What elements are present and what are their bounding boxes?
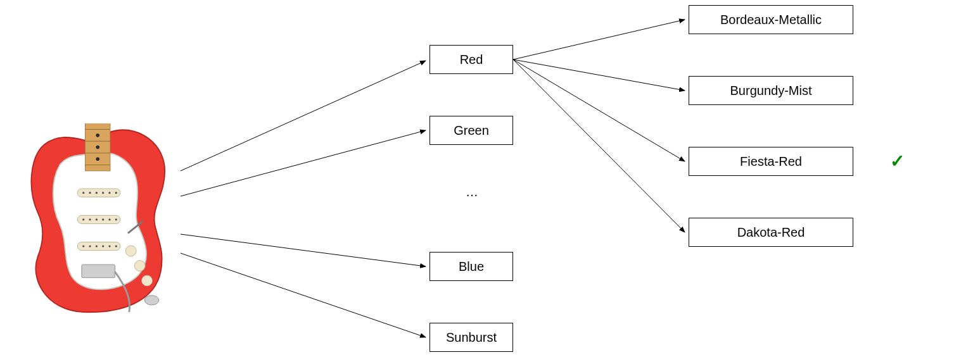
- node-blue: Blue: [430, 252, 513, 281]
- arrow-guitar-blue: [181, 234, 426, 266]
- svg-point-25: [96, 245, 98, 247]
- svg-point-23: [82, 245, 84, 247]
- svg-point-32: [142, 275, 153, 286]
- arrow-red-burgundy: [513, 59, 685, 91]
- svg-point-22: [115, 218, 117, 220]
- svg-point-31: [134, 261, 145, 272]
- svg-point-5: [96, 134, 99, 137]
- svg-rect-29: [82, 265, 115, 278]
- svg-point-20: [102, 218, 104, 220]
- svg-point-7: [96, 157, 99, 161]
- svg-point-24: [89, 245, 91, 247]
- checkmark-icon: ✓: [890, 151, 905, 172]
- arrow-guitar-green: [181, 130, 426, 196]
- node-bordeaux-metallic: Bordeaux-Metallic: [689, 5, 853, 34]
- node-green: Green: [430, 116, 513, 145]
- node-ellipsis: …: [466, 185, 478, 199]
- svg-point-34: [144, 296, 159, 305]
- svg-point-30: [125, 246, 136, 256]
- svg-point-27: [108, 245, 110, 247]
- guitar-image: [22, 111, 177, 313]
- guitar-svg: [22, 123, 177, 313]
- node-sunburst: Sunburst: [430, 323, 513, 352]
- svg-point-19: [96, 218, 98, 220]
- node-red: Red: [430, 45, 513, 74]
- svg-point-6: [96, 146, 99, 149]
- node-burgundy-mist: Burgundy-Mist: [689, 76, 853, 105]
- svg-point-12: [89, 192, 91, 194]
- svg-point-26: [102, 245, 104, 247]
- arrow-guitar-sunburst: [181, 253, 426, 337]
- svg-point-11: [82, 192, 84, 194]
- svg-point-18: [89, 218, 91, 220]
- svg-point-16: [115, 192, 117, 194]
- arrow-guitar-red: [181, 61, 426, 171]
- arrow-red-dakota: [513, 59, 685, 232]
- svg-point-28: [115, 245, 117, 247]
- arrow-red-bordeaux: [513, 20, 685, 59]
- svg-point-13: [96, 192, 98, 194]
- node-dakota-red: Dakota-Red: [689, 218, 853, 247]
- arrow-red-fiesta: [513, 59, 685, 161]
- node-fiesta-red: Fiesta-Red: [689, 147, 853, 176]
- svg-point-14: [102, 192, 104, 194]
- svg-point-17: [82, 218, 84, 220]
- svg-point-15: [108, 192, 110, 194]
- svg-point-21: [108, 218, 110, 220]
